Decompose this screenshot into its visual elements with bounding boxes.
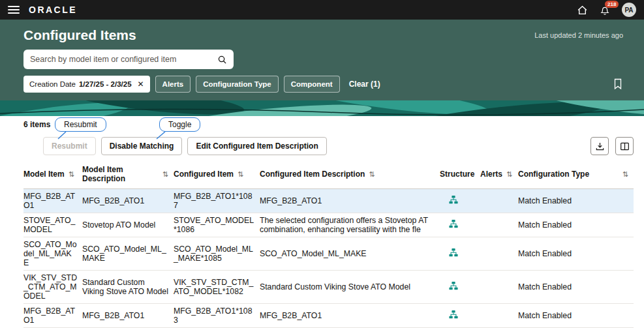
structure-hierarchy-icon[interactable] — [449, 281, 458, 290]
sort-icon[interactable]: ⇅ — [238, 170, 243, 179]
column-header-alerts[interactable]: Alerts⇅ — [480, 163, 518, 188]
chip-label: Creation Date — [29, 80, 76, 88]
cell-configuration-type: Match Enabled — [518, 270, 634, 303]
table-row[interactable]: STOVE_ATO_MODEL Stovetop ATO Model STOVE… — [23, 213, 634, 237]
user-avatar[interactable]: PA — [622, 3, 636, 17]
cell-configuration-type: Match Enabled — [518, 213, 634, 237]
chip-value: 1/27/25 - 2/3/25 — [79, 80, 132, 88]
callout-toggle: Toggle — [159, 117, 200, 132]
callout-resubmit: Resubmit — [55, 117, 106, 132]
cell-configured-item: STOVE_ATO_MODEL*1086 — [174, 213, 260, 237]
cell-alerts — [480, 270, 518, 303]
columns-icon — [620, 142, 630, 151]
cell-model-item: STOVE_ATO_MODEL — [23, 213, 82, 237]
cell-configured-item: MFG_B2B_ATO1*1087 — [174, 188, 260, 213]
oracle-logo: ORACLE — [29, 5, 77, 15]
cell-model-item-description: Standard Custom Viking Stove ATO Model — [82, 270, 174, 303]
page-title: Configured Items — [23, 27, 136, 43]
cell-configured-item-description: MFG_B2B_ATO1 — [260, 188, 440, 213]
search-icon[interactable] — [217, 55, 227, 65]
structure-hierarchy-icon[interactable] — [449, 219, 458, 228]
column-header-model-item[interactable]: Model Item⇅ — [23, 163, 82, 188]
cell-alerts — [480, 213, 518, 237]
sort-icon[interactable]: ⇅ — [622, 170, 628, 179]
manage-columns-button[interactable] — [615, 137, 634, 155]
disable-matching-button[interactable]: Disable Matching — [101, 137, 183, 155]
download-button[interactable] — [590, 137, 609, 155]
cell-model-item: VIK_STV_STD_CTM_ATO_MODEL — [23, 270, 82, 303]
table-toolbar: Resubmit Disable Matching Edit Configure… — [23, 137, 634, 155]
table-header-row: Model Item⇅ Model Item Description⇅ Conf… — [23, 163, 634, 188]
structure-hierarchy-icon[interactable] — [449, 248, 458, 257]
cell-configuration-type: Match Enabled — [518, 237, 634, 270]
search-box — [23, 50, 234, 69]
cell-configuration-type: Match Enabled — [518, 303, 634, 327]
cell-configured-item-description: SCO_ATO_Model_ML_MAKE — [260, 237, 440, 270]
cell-structure — [440, 237, 480, 270]
cell-configured-item-description: The selected configuration offers a Stov… — [260, 213, 440, 237]
resubmit-button[interactable]: Resubmit — [43, 137, 96, 155]
cell-model-item-description: MFG_B2B_ATO1 — [82, 188, 174, 213]
column-header-configuration-type[interactable]: Configuration Type⇅ — [518, 163, 634, 188]
last-updated-text: Last updated 2 minutes ago — [534, 31, 623, 39]
cell-model-item-description: Stovetop ATO Model — [82, 213, 174, 237]
app-window: ORACLE 218 PA Configured Items Last upda… — [0, 0, 644, 328]
column-header-configured-item-description[interactable]: Configured Item Description⇅ — [260, 163, 440, 188]
column-header-configured-item[interactable]: Configured Item⇅ — [174, 163, 260, 188]
notifications-bell-icon[interactable]: 218 — [600, 5, 610, 16]
filter-chip-creation-date[interactable]: Creation Date 1/27/25 - 2/3/25 ✕ — [23, 76, 150, 93]
content-area: 6 items Resubmit Toggle Resubmit Disable… — [0, 116, 644, 328]
edit-configured-item-description-button[interactable]: Edit Configured Item Description — [187, 137, 326, 155]
clear-filters-button[interactable]: Clear (1) — [349, 80, 380, 89]
cell-model-item: MFG_B2B_ATO1 — [23, 303, 82, 327]
items-count: 6 items — [23, 120, 634, 129]
cell-alerts — [480, 237, 518, 270]
cell-configured-item: VIK_STV_STD_CTM_ATO_MODEL*1082 — [174, 270, 260, 303]
table-row[interactable]: MFG_B2B_ATO1 MFG_B2B_ATO1 MFG_B2B_ATO1*1… — [23, 188, 634, 213]
decorative-pattern — [0, 100, 644, 116]
cell-structure — [440, 270, 480, 303]
global-topbar: ORACLE 218 PA — [0, 0, 644, 20]
notification-count-badge: 218 — [605, 1, 619, 8]
structure-hierarchy-icon[interactable] — [449, 310, 458, 319]
download-icon — [595, 142, 605, 151]
structure-hierarchy-icon[interactable] — [449, 195, 458, 204]
cell-configured-item-description: MFG_B2B_ATO1 — [260, 303, 440, 327]
column-header-model-item-description[interactable]: Model Item Description⇅ — [82, 163, 174, 188]
bookmark-icon[interactable] — [613, 78, 623, 90]
cell-configured-item: MFG_B2B_ATO1*1083 — [174, 303, 260, 327]
home-icon[interactable] — [577, 5, 588, 16]
hamburger-menu-icon[interactable] — [8, 6, 20, 14]
cell-model-item: MFG_B2B_ATO1 — [23, 188, 82, 213]
table-row[interactable]: MFG_B2B_ATO1 MFG_B2B_ATO1 MFG_B2B_ATO1*1… — [23, 303, 634, 327]
sort-icon[interactable]: ⇅ — [369, 170, 375, 179]
cell-structure — [440, 213, 480, 237]
sort-icon[interactable]: ⇅ — [69, 170, 74, 179]
cell-structure — [440, 188, 480, 213]
sort-icon[interactable]: ⇅ — [162, 170, 168, 179]
configured-items-table: Model Item⇅ Model Item Description⇅ Conf… — [23, 163, 634, 328]
column-header-structure: Structure — [440, 163, 480, 188]
sort-icon[interactable]: ⇅ — [506, 170, 512, 179]
filter-chip-configuration-type[interactable]: Configuration Type — [196, 76, 279, 93]
cell-configuration-type: Match Enabled — [518, 188, 634, 213]
table-row[interactable]: VIK_STV_STD_CTM_ATO_MODEL Standard Custo… — [23, 270, 634, 303]
filter-chip-alerts[interactable]: Alerts — [155, 76, 191, 93]
table-row[interactable]: SCO_ATO_Model_ML_MAKE SCO_ATO_Model_ML_M… — [23, 237, 634, 270]
filter-chip-component[interactable]: Component — [284, 76, 340, 93]
cell-alerts — [480, 188, 518, 213]
cell-model-item-description: MFG_B2B_ATO1 — [82, 303, 174, 327]
cell-model-item-description: SCO_ATO_Model_ML_MAKE — [82, 237, 174, 270]
page-header: Configured Items Last updated 2 minutes … — [0, 20, 644, 100]
cell-structure — [440, 303, 480, 327]
filter-chips-row: Creation Date 1/27/25 - 2/3/25 ✕ Alerts … — [23, 76, 623, 93]
cell-alerts — [480, 303, 518, 327]
cell-configured-item-description: Standard Custom Viking Stove ATO Model — [260, 270, 440, 303]
cell-configured-item: SCO_ATO_Model_ML_MAKE*1085 — [174, 237, 260, 270]
cell-model-item: SCO_ATO_Model_ML_MAKE — [23, 237, 82, 270]
search-input[interactable] — [30, 55, 217, 64]
chip-close-icon[interactable]: ✕ — [138, 80, 144, 89]
